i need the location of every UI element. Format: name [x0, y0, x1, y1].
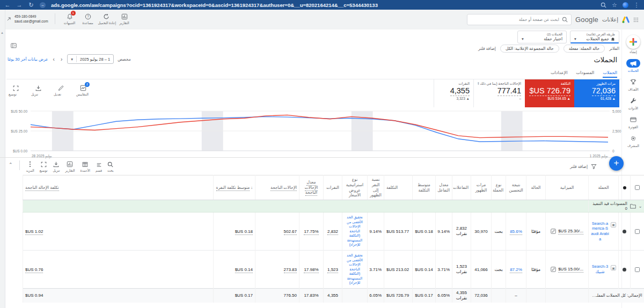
apps-grid-icon[interactable]: [633, 17, 639, 23]
edit-budget-icon[interactable]: [551, 267, 556, 272]
table-row: ▣Search-3 شبيك$US 15.00/...مؤقتًا87.2%بح…: [23, 251, 644, 289]
table-tool-download[interactable]: تنزيل: [53, 160, 60, 172]
table-tool-search[interactable]: بحث: [107, 160, 113, 172]
ads-search-input[interactable]: ابحث عن صفحة أو حملة: [467, 14, 572, 25]
collapse-panel-icon[interactable]: [11, 43, 17, 48]
campaign-status-dot[interactable]: [623, 268, 626, 272]
col-bid_strategy[interactable]: نوع استراتيجية عروض الأسعار: [342, 175, 368, 200]
col-opt_score[interactable]: نتيجة التحسين: [506, 175, 526, 200]
table-tool-segment[interactable]: قسم: [96, 160, 102, 172]
scorecard[interactable]: مرات الظهور72,03661,428 ▲: [574, 79, 619, 107]
row-checkbox[interactable]: [635, 267, 640, 272]
table-tool-more[interactable]: المزيد: [26, 160, 34, 172]
col-ctr[interactable]: نسبة النقر إلى الظهور: [368, 175, 384, 200]
site-info-icon[interactable]: –: [40, 2, 46, 8]
url-text[interactable]: ads.google.com/aw/campaigns?ocid=1361924…: [51, 2, 595, 8]
nav-item-megaphone[interactable]: الحملات: [622, 59, 644, 72]
header-action-report[interactable]: التقارير: [116, 13, 133, 25]
col-conv_rate[interactable]: معدل الإحالات الناجحة: [299, 175, 324, 200]
chart-tool-download[interactable]: تنزيل: [31, 84, 45, 96]
forward-icon[interactable]: →: [16, 2, 23, 8]
table-add-filter-button[interactable]: إضافة فلتر: [570, 164, 597, 170]
campaign-status-dot[interactable]: [623, 230, 626, 233]
chart-tool-edit[interactable]: 2تعديل: [54, 84, 68, 96]
col-avg_cpc[interactable]: ↓متوسط تكلفة النقرة: [214, 175, 255, 200]
date-prev-button[interactable]: ‹: [52, 56, 56, 62]
cell-avg_cpc: $US 0.18: [214, 212, 255, 251]
browser-search-icon[interactable]: [600, 2, 606, 8]
header-action-bell[interactable]: 1التنبيهات: [62, 13, 78, 25]
col-budget[interactable]: الميزانية: [546, 175, 589, 200]
nav-item-trophy[interactable]: الأهداف: [622, 78, 644, 91]
view-mode-dropdown[interactable]: طريقة العرض (قائمة) جميع الحملات ▾: [570, 31, 619, 43]
date-range-dropdown[interactable]: ▾ 1 – 28 يوليو 2025: [67, 54, 114, 64]
header-action-help[interactable]: ?مساعدة: [80, 13, 96, 25]
create-button[interactable]: إنشاء: [622, 35, 644, 54]
bid-strategy-link[interactable]: تحقيق الحد الأقصى من الإحالات الناجحة (ا…: [345, 253, 365, 285]
table-tool-columns[interactable]: الأعمدة: [80, 160, 90, 172]
table-tool-expand[interactable]: توسيع: [40, 160, 48, 172]
cell-interaction_rate: 3.71%: [436, 251, 452, 289]
back-icon[interactable]: ←: [4, 2, 11, 8]
scorecard[interactable]: النقرات4,3553,323 ▲: [434, 79, 473, 107]
column-label: التفاعلات: [453, 185, 469, 190]
chevron-down-icon[interactable]: ⌄: [639, 204, 642, 209]
filter-chip-adgroup-status[interactable]: حالة المجموعة الإعلانية: الكل: [500, 45, 559, 53]
cell-bid_strategy: تحقيق الحد الأقصى من الإحالات الناجحة (ا…: [342, 212, 368, 251]
chart-toolbar: توسيعتنزيل2تعديلالمقاييس: [9, 84, 90, 96]
drafts-group-row[interactable]: ⌄المسودات قيد التنفيذ 0: [23, 200, 644, 212]
opt-score-link[interactable]: 87.2%: [510, 267, 522, 273]
show-last-30-link[interactable]: عرض بيانات آخر 30 يومًا: [8, 57, 48, 62]
col-cost[interactable]: التكلفة: [384, 175, 413, 200]
col-interaction_rate[interactable]: معدل التفاعل: [436, 175, 452, 200]
add-filter-button[interactable]: إضافة فلتر: [478, 46, 496, 51]
col-avg_cost[interactable]: متوسط التكلفة: [413, 175, 436, 200]
campaign-link[interactable]: Search-america-Saudi Arabia: [591, 221, 609, 242]
scorecards: مرات الظهور72,03661,428 ▲التكلفة$US 726.…: [434, 79, 619, 107]
date-next-button[interactable]: ›: [60, 56, 63, 62]
tab-item[interactable]: الإعدادات: [551, 70, 567, 78]
account-info[interactable]: 459-180-0849 saud.use@gmail.com: [14, 14, 48, 24]
tab-item[interactable]: المسودات: [576, 70, 594, 78]
scorecard[interactable]: الإحالات الناجحة (بما في ذلك القيم المتو…: [473, 79, 525, 107]
filter-chip-campaign-status[interactable]: حالة الحملة: مفعلة: [564, 45, 605, 53]
bid-strategy-link[interactable]: تحقيق الحد الأقصى من الإحالات الناجحة (ا…: [345, 215, 365, 247]
col-select[interactable]: [631, 175, 644, 200]
col-status[interactable]: الحالة: [526, 175, 546, 200]
col-campaign[interactable]: الحملة: [589, 175, 619, 200]
y-axis-left-label: $US 25.00: [11, 129, 27, 133]
browser-menu-icon[interactable]: ⋮: [633, 2, 640, 8]
scorecard-delta: –: [478, 97, 521, 100]
budget-value[interactable]: $US 25.30/...: [558, 229, 583, 234]
chart-tool-expand[interactable]: توسيع: [9, 84, 23, 96]
account-arrow-icon[interactable]: [6, 17, 11, 21]
col-type[interactable]: نوع الحملة: [492, 175, 506, 200]
col-cost_per_conv[interactable]: تكلفة الإحالة الناجحة: [23, 175, 214, 200]
col-interactions[interactable]: التفاعلات: [452, 175, 471, 200]
profile-avatar[interactable]: [623, 2, 628, 8]
col-clicks[interactable]: النقرات: [324, 175, 342, 200]
scorecard[interactable]: التكلفة$US 726.79$US 534.65 ▲: [525, 79, 574, 107]
opt-score-link[interactable]: 85.6%: [510, 229, 522, 235]
campaign-select-dropdown[interactable]: الحملات (2) اختيار حملة ▾: [517, 31, 567, 43]
campaign-link[interactable]: Search-3 شبيك: [591, 264, 609, 275]
performance-chart[interactable]: $US 50.00$US 25.00$US 0.005,0002,500028 …: [0, 105, 644, 159]
col-conversions[interactable]: الإحالات الناجحة: [255, 175, 299, 200]
header-action-refresh[interactable]: إعادة التحميل: [98, 13, 114, 25]
fab-add-campaign-button[interactable]: +: [609, 156, 624, 171]
divider: [0, 157, 621, 158]
total-type: [492, 289, 506, 303]
edit-budget-icon[interactable]: [551, 229, 556, 234]
budget-value[interactable]: $US 15.00/...: [558, 267, 583, 273]
collapsed-left-panel[interactable]: ▲: [0, 10, 5, 308]
bookmark-star-icon[interactable]: ☆: [611, 2, 618, 8]
row-checkbox[interactable]: [635, 229, 640, 234]
interactions-unit: نقرات: [456, 231, 467, 236]
tab-active[interactable]: الحملات: [603, 70, 617, 78]
select-all-checkbox[interactable]: [635, 185, 640, 190]
reload-icon[interactable]: ↻: [28, 2, 34, 8]
col-impressions[interactable]: مرات الظهور: [471, 175, 492, 200]
collapse-table-chevron-icon[interactable]: ⌃: [9, 162, 13, 167]
table-tool-report[interactable]: التقارير: [65, 160, 75, 172]
col-dot[interactable]: [619, 175, 631, 200]
